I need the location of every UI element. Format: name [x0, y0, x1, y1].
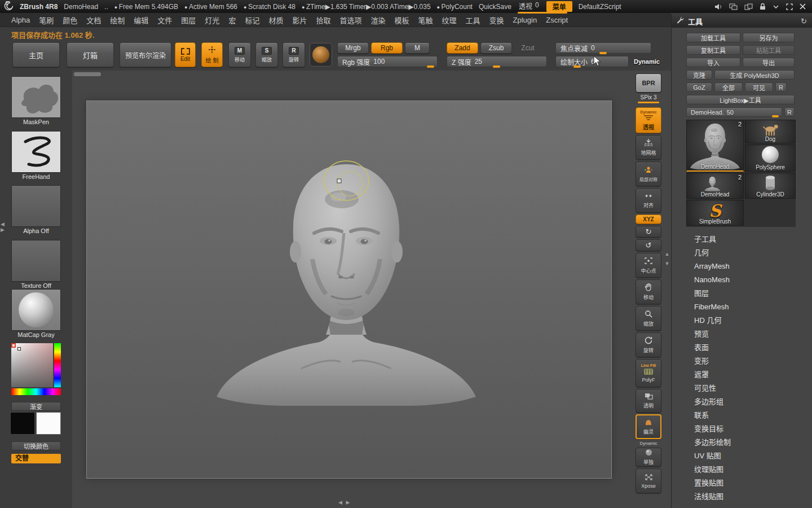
main-color-swatch[interactable]: [10, 412, 35, 435]
brush-selector[interactable]: [11, 76, 61, 118]
frame-button[interactable]: 对齐: [636, 188, 661, 213]
move-button[interactable]: M 移动: [228, 42, 251, 67]
menu-item-纹理[interactable]: 纹理: [438, 15, 461, 25]
draw-button[interactable]: 绘 制: [201, 42, 223, 67]
subpalette-纹理贴图[interactable]: 纹理贴图: [686, 463, 812, 476]
active-tool-handle[interactable]: [772, 115, 779, 117]
xyz-button[interactable]: XYZ: [636, 214, 661, 224]
menu-item-拾取[interactable]: 拾取: [311, 15, 335, 25]
draw-size-slider[interactable]: 绘制大小 64: [555, 56, 629, 67]
alpha-selector[interactable]: [11, 185, 61, 227]
z-intensity-handle[interactable]: [493, 65, 500, 68]
chevron-down-icon[interactable]: [773, 5, 779, 9]
tray-divider-handle[interactable]: [74, 72, 101, 76]
polycount-stat[interactable]: PolyCount: [437, 3, 473, 11]
tool-palette-header[interactable]: 工具 ↻: [672, 14, 812, 28]
goz-button[interactable]: GoZ: [686, 82, 712, 92]
window-switch-icon[interactable]: [744, 3, 753, 10]
subpalette-图层[interactable]: 图层: [686, 287, 812, 300]
edit-button[interactable]: Edit: [175, 42, 196, 67]
local-symmetry-button[interactable]: 局部对称: [636, 161, 661, 186]
menu-item-标记[interactable]: 标记: [240, 15, 264, 25]
menu-button[interactable]: 菜单: [546, 1, 572, 12]
zoom-button[interactable]: 缩放: [636, 306, 661, 331]
z-intensity-slider[interactable]: Z 强度 25: [447, 56, 547, 67]
tool-r-button[interactable]: R: [784, 107, 795, 117]
focal-shift-slider[interactable]: 焦点衰减 0: [555, 42, 651, 54]
menu-item-文件[interactable]: 文件: [153, 15, 176, 25]
subpalette-表面[interactable]: 表面: [686, 341, 812, 354]
home-button[interactable]: 主页: [12, 42, 60, 67]
menu-item-渲染[interactable]: 渲染: [366, 15, 390, 25]
pivot-button[interactable]: 中心点: [636, 253, 661, 278]
lightbox-button[interactable]: 灯箱: [67, 42, 114, 67]
xpose-button[interactable]: Xpose: [636, 468, 661, 493]
zsub-button[interactable]: Zsub: [480, 42, 512, 54]
menu-item-图层[interactable]: 图层: [176, 15, 200, 25]
menu-item-绘制[interactable]: 绘制: [105, 15, 129, 25]
tool-thumb-demohead-2[interactable]: 2 DemoHead: [686, 173, 744, 199]
bottom-divider-handle[interactable]: ◀ ▶: [338, 500, 351, 505]
switch-colors-button[interactable]: 切换颜色: [11, 441, 61, 450]
subpalette-变形[interactable]: 变形: [686, 354, 812, 368]
rgb-intensity-slider[interactable]: Rgb 强度 100: [337, 56, 438, 67]
subpalette-多边形组[interactable]: 多边形组: [686, 395, 812, 409]
make-polymesh3d-button[interactable]: 生成 PolyMesh3D: [714, 70, 795, 80]
transparency-button[interactable]: 透明: [636, 389, 661, 413]
color-picker[interactable]: [11, 343, 61, 395]
tool-thumb-simplebrush[interactable]: S SimpleBrush: [686, 200, 744, 226]
stroke-selector[interactable]: [11, 131, 61, 173]
subpalette-子工具[interactable]: 子工具: [686, 233, 812, 246]
subpalette-可见性[interactable]: 可见性: [686, 382, 812, 395]
goz-r-button[interactable]: R: [775, 82, 787, 92]
lightbox-tool-button[interactable]: LightBox▶工具: [686, 95, 795, 104]
subpalette-ArrayMesh[interactable]: ArrayMesh: [686, 260, 812, 273]
subpalette-联系[interactable]: 联系: [686, 409, 812, 422]
scroll-button[interactable]: 移动: [636, 279, 661, 304]
clone-button[interactable]: 克隆: [686, 70, 712, 80]
load-tool-button[interactable]: 加载工具: [686, 33, 740, 42]
document-viewport[interactable]: [86, 100, 612, 479]
copy-tool-button[interactable]: 复制工具: [686, 45, 740, 55]
rgb-button[interactable]: Rgb: [371, 42, 403, 54]
canvas-area[interactable]: ◀ ▶ ▲ ▼: [72, 71, 671, 508]
rgb-intensity-handle[interactable]: [427, 65, 434, 68]
menu-item-Zscript[interactable]: Zscript: [541, 16, 572, 24]
subpalette-置换贴图[interactable]: 置换贴图: [686, 476, 812, 490]
ghost-button[interactable]: 幽灵: [636, 414, 661, 439]
menu-item-变换[interactable]: 变换: [485, 15, 509, 25]
menu-item-Zplugin[interactable]: Zplugin: [509, 16, 542, 24]
active-tool-slider[interactable]: DemoHead. 50: [686, 107, 782, 117]
menu-item-工具[interactable]: 工具: [461, 15, 485, 25]
menu-item-宏[interactable]: 宏: [224, 15, 240, 25]
rotate-view-button[interactable]: 旋转: [636, 332, 661, 357]
restore-config-icon[interactable]: ↻: [801, 17, 807, 25]
subpalette-遮罩[interactable]: 遮罩: [686, 368, 812, 382]
goz-visible-button[interactable]: 可见: [745, 82, 773, 92]
lock-icon[interactable]: [760, 3, 766, 10]
tool-thumb-dog[interactable]: Dog: [745, 120, 796, 143]
rotate-cw-button[interactable]: ↻: [636, 226, 661, 238]
dynamic-toggle[interactable]: Dynamic: [634, 58, 660, 65]
current-material-slot[interactable]: [310, 43, 332, 67]
menu-item-文档[interactable]: 文档: [82, 15, 105, 25]
spix-slider-bar[interactable]: [638, 102, 659, 103]
mrgb-button[interactable]: Mrgb: [337, 42, 369, 54]
subpalette-法线贴图[interactable]: 法线贴图: [686, 490, 812, 503]
gradient-button[interactable]: 渐变: [11, 402, 61, 411]
rotate-ccw-button[interactable]: ↺: [636, 239, 661, 251]
hue-strip-horizontal[interactable]: [11, 388, 61, 395]
perspective-button[interactable]: Dynamic 透视: [636, 107, 661, 133]
subpalette-多边形绘制[interactable]: 多边形绘制: [686, 436, 812, 449]
tool-thumb-polysphere[interactable]: PolySphere: [745, 144, 796, 172]
menu-item-灯光[interactable]: 灯光: [200, 15, 224, 25]
bpr-button[interactable]: BPR: [636, 73, 661, 93]
menu-item-影片[interactable]: 影片: [288, 15, 311, 25]
spix-slider[interactable]: SPix 3: [636, 94, 661, 106]
scale-button[interactable]: S 缩放: [255, 42, 278, 67]
export-button[interactable]: 导出: [743, 58, 795, 67]
menu-item-首选项[interactable]: 首选项: [335, 15, 366, 25]
polyframe-button[interactable]: Line Fill PolyF: [636, 359, 661, 387]
subpalette-FiberMesh[interactable]: FiberMesh: [686, 300, 812, 314]
floor-button[interactable]: 地网格: [636, 135, 661, 160]
